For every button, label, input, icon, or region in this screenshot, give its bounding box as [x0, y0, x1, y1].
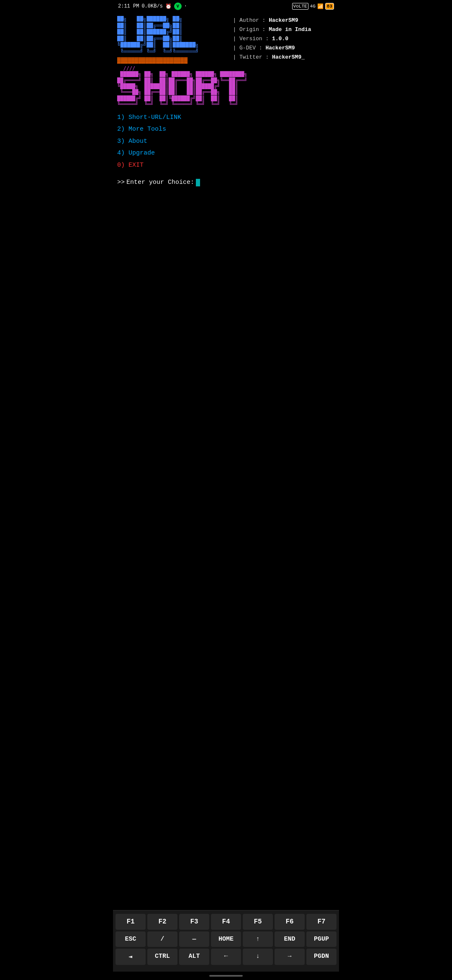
terminal-area: ██╗ ██╗██████╗ ██╗ ██║ ██║██╔══██╗██║ ██… — [113, 13, 339, 910]
key-ctrl[interactable]: CTRL — [147, 949, 177, 965]
time-display: 2:11 PM — [118, 3, 139, 9]
info-twitter-row: | Twitter : HackerSM9_ — [233, 53, 335, 62]
key-f3[interactable]: F3 — [179, 914, 209, 930]
key-f7[interactable]: F7 — [306, 914, 336, 930]
prompt-line[interactable]: >> Enter your Choice: — [117, 178, 335, 187]
bottom-bar — [113, 972, 339, 980]
status-left: 2:11 PM 0.0KB/s ⏰ V · — [118, 3, 187, 10]
keyboard-row-nav2: ⇥ CTRL ALT ← ↓ → PGDN — [115, 949, 337, 965]
signal-icon: 📶 — [317, 3, 324, 10]
key-f6[interactable]: F6 — [275, 914, 305, 930]
status-bar: 2:11 PM 0.0KB/s ⏰ V · VoLTE 4G 📶 83 — [113, 0, 339, 13]
vpn-icon: V — [174, 3, 182, 10]
keyboard-row-nav1: ESC / — HOME ↑ END PGUP — [115, 931, 337, 947]
prompt-text: Enter your Choice: — [126, 178, 194, 187]
key-esc[interactable]: ESC — [116, 931, 146, 947]
status-right: VoLTE 4G 📶 83 — [292, 3, 334, 10]
prompt-symbol: >> — [117, 178, 125, 187]
info-panel: | Author : HackerSM9 | Origin : Made in … — [230, 16, 335, 108]
info-version-row: | Version : 1.0.0 — [233, 34, 335, 44]
key-left[interactable]: ← — [211, 949, 241, 965]
virtual-keyboard[interactable]: F1 F2 F3 F4 F5 F6 F7 ESC / — HOME ↑ END … — [113, 910, 339, 972]
menu: 1) Short-URL/LINK 2) More Tools 3) About… — [117, 112, 335, 172]
key-right[interactable]: → — [275, 949, 305, 965]
key-alt[interactable]: ALT — [179, 949, 209, 965]
menu-item-4[interactable]: 4) Upgrade — [117, 147, 335, 160]
battery-indicator: 83 — [325, 3, 334, 10]
menu-item-3[interactable]: 3) About — [117, 136, 335, 148]
key-slash[interactable]: / — [147, 931, 177, 947]
shortner-ascii-art: //// ██████╗ ██╗ ██╗ ██████╗ ██████╗ ███… — [117, 65, 230, 108]
dot-separator: · — [184, 3, 187, 9]
key-up[interactable]: ↑ — [243, 931, 273, 947]
key-dash[interactable]: — — [179, 931, 209, 947]
key-end[interactable]: END — [275, 931, 305, 947]
logo-left: ██╗ ██╗██████╗ ██╗ ██║ ██║██╔══██╗██║ ██… — [117, 16, 230, 108]
menu-item-1[interactable]: 1) Short-URL/LINK — [117, 112, 335, 124]
home-indicator[interactable] — [209, 975, 243, 977]
key-f2[interactable]: F2 — [147, 914, 177, 930]
network-speed: 0.0KB/s — [141, 3, 162, 9]
key-home[interactable]: HOME — [211, 931, 241, 947]
volte-icon: VoLTE — [292, 3, 308, 10]
url-ascii-art: ██╗ ██╗██████╗ ██╗ ██║ ██║██╔══██╗██║ ██… — [117, 16, 230, 55]
alarm-icon: ⏰ — [165, 3, 172, 10]
info-origin-row: | Origin : Made in India — [233, 25, 335, 34]
menu-item-2[interactable]: 2) More Tools — [117, 124, 335, 136]
key-f4[interactable]: F4 — [211, 914, 241, 930]
cursor-block — [196, 179, 200, 186]
info-gdev-row: | G-DEV : HackerSM9 — [233, 44, 335, 53]
key-pgup[interactable]: PGUP — [306, 931, 336, 947]
key-pgdn[interactable]: PGDN — [306, 949, 336, 965]
menu-item-0[interactable]: 0) EXIT — [117, 160, 335, 172]
keyboard-row-fn: F1 F2 F3 F4 F5 F6 F7 — [115, 914, 337, 930]
info-author-row: | Author : HackerSM9 — [233, 16, 335, 25]
key-f1[interactable]: F1 — [116, 914, 146, 930]
key-tab[interactable]: ⇥ — [116, 949, 146, 965]
key-f5[interactable]: F5 — [243, 914, 273, 930]
key-down[interactable]: ↓ — [243, 949, 273, 965]
ascii-art-area: ██╗ ██╗██████╗ ██╗ ██║ ██║██╔══██╗██║ ██… — [117, 16, 335, 108]
network-type: 4G — [310, 4, 316, 9]
orange-bar: ▓▓▓▓▓▓▓▓▓▓▓▓▓▓▓▓▓▓▓▓ — [117, 56, 230, 64]
